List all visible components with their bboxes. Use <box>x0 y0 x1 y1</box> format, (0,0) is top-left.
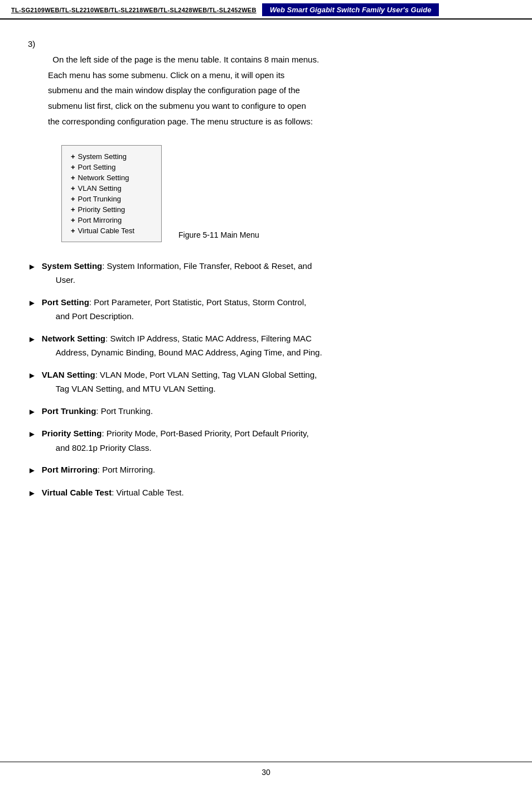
bullet-item-priority: ► Priority Setting: Priority Mode, Port-… <box>28 426 504 455</box>
arrow-icon-4: ► <box>28 368 36 383</box>
bullet-item-cable: ► Virtual Cable Test: Virtual Cable Test… <box>28 485 504 500</box>
step-number: 3) <box>28 36 35 51</box>
bullet-wrap-6: and 802.1p Priority Class. <box>56 441 504 455</box>
header-title: Web Smart Gigabit Switch Family User's G… <box>262 3 439 16</box>
header-model: TL-SG2109WEB/TL-SL2210WEB/TL-SL2218WEB/T… <box>11 3 262 16</box>
bullet-content-4: VLAN Setting: VLAN Mode, Port VLAN Setti… <box>42 368 504 396</box>
menu-label-1: System Setting <box>78 152 127 161</box>
content: 3) On the left side of the page is the m… <box>0 20 532 524</box>
menu-item-port: + Port Setting <box>71 162 150 172</box>
menu-item-trunking: + Port Trunking <box>71 194 150 204</box>
bullet-term-3: Network Setting <box>42 334 105 343</box>
bullet-term-5: Port Trunking <box>42 406 96 416</box>
bullet-item-trunking: ► Port Trunking: Port Trunking. <box>28 404 504 419</box>
bullet-wrap-3: Address, Dynamic Binding, Bound MAC Addr… <box>56 345 504 360</box>
bullet-term-1: System Setting <box>42 261 102 271</box>
bullet-content-3: Network Setting: Switch IP Address, Stat… <box>42 331 504 360</box>
page-number: 30 <box>262 768 270 777</box>
menu-item-priority: + Priority Setting <box>71 204 150 215</box>
figure-caption: Figure 5-11 Main Menu <box>178 230 259 242</box>
arrow-icon-3: ► <box>28 332 36 346</box>
menu-plus-3: + <box>71 174 75 182</box>
menu-label-3: Network Setting <box>78 174 129 182</box>
menu-label-8: Virtual Cable Test <box>78 227 134 235</box>
menu-plus-7: + <box>71 216 75 224</box>
bullet-content-1: System Setting: System Information, File… <box>42 259 504 287</box>
menu-label-7: Port Mirroring <box>78 216 122 224</box>
header: TL-SG2109WEB/TL-SL2210WEB/TL-SL2218WEB/T… <box>0 0 532 20</box>
arrow-icon-1: ► <box>28 259 36 274</box>
bullet-content-2: Port Setting: Port Parameter, Port Stati… <box>42 295 504 324</box>
bullet-term-8: Virtual Cable Test <box>42 488 112 497</box>
bullet-content-7: Port Mirroring: Port Mirroring. <box>42 463 504 477</box>
bullet-item-network: ► Network Setting: Switch IP Address, St… <box>28 331 504 360</box>
bullet-wrap-1: User. <box>56 273 504 287</box>
menu-label-4: VLAN Setting <box>78 184 122 192</box>
arrow-icon-6: ► <box>28 427 36 441</box>
menu-plus-8: + <box>71 227 75 235</box>
menu-label-2: Port Setting <box>78 163 116 171</box>
menu-item-system: + System Setting <box>71 151 150 162</box>
menu-item-vlan: + VLAN Setting <box>71 183 150 194</box>
bullet-item-port: ► Port Setting: Port Parameter, Port Sta… <box>28 295 504 324</box>
bullet-term-4: VLAN Setting <box>42 370 95 379</box>
menu-figure-area: + System Setting + Port Setting + Networ… <box>61 145 504 242</box>
bullet-wrap-2: and Port Description. <box>56 309 504 324</box>
page-container: TL-SG2109WEB/TL-SL2210WEB/TL-SL2218WEB/T… <box>0 0 532 799</box>
bullet-term-7: Port Mirroring <box>42 465 98 474</box>
bullet-content-6: Priority Setting: Priority Mode, Port-Ba… <box>42 426 504 455</box>
footer: 30 <box>0 762 532 777</box>
menu-label-5: Port Trunking <box>78 195 121 203</box>
menu-plus-6: + <box>71 205 75 214</box>
bullet-content-8: Virtual Cable Test: Virtual Cable Test. <box>42 485 504 500</box>
bullet-item-system: ► System Setting: System Information, Fi… <box>28 259 504 287</box>
bullet-item-mirroring: ► Port Mirroring: Port Mirroring. <box>28 463 504 478</box>
step-text-line1: On the left side of the page is the menu… <box>48 52 504 129</box>
bullet-wrap-4: Tag VLAN Setting, and MTU VLAN Setting. <box>56 382 504 396</box>
menu-box: + System Setting + Port Setting + Networ… <box>61 145 162 242</box>
menu-plus-5: + <box>71 195 75 203</box>
arrow-icon-7: ► <box>28 463 36 478</box>
menu-item-mirroring: + Port Mirroring <box>71 215 150 225</box>
menu-item-network: + Network Setting <box>71 172 150 183</box>
menu-plus-1: + <box>71 152 75 161</box>
bullet-item-vlan: ► VLAN Setting: VLAN Mode, Port VLAN Set… <box>28 368 504 396</box>
menu-plus-2: + <box>71 163 75 171</box>
menu-plus-4: + <box>71 184 75 192</box>
step-3-paragraph: 3) On the left side of the page is the m… <box>28 36 504 129</box>
bullet-list: ► System Setting: System Information, Fi… <box>28 259 504 500</box>
bullet-term-6: Priority Setting <box>42 429 102 438</box>
arrow-icon-5: ► <box>28 405 36 419</box>
bullet-content-5: Port Trunking: Port Trunking. <box>42 404 504 418</box>
arrow-icon-2: ► <box>28 296 36 310</box>
bullet-term-2: Port Setting <box>42 297 89 307</box>
arrow-icon-8: ► <box>28 486 36 500</box>
menu-label-6: Priority Setting <box>78 205 125 214</box>
menu-item-cable: + Virtual Cable Test <box>71 225 150 236</box>
step-text: On the left side of the page is the menu… <box>28 52 504 129</box>
